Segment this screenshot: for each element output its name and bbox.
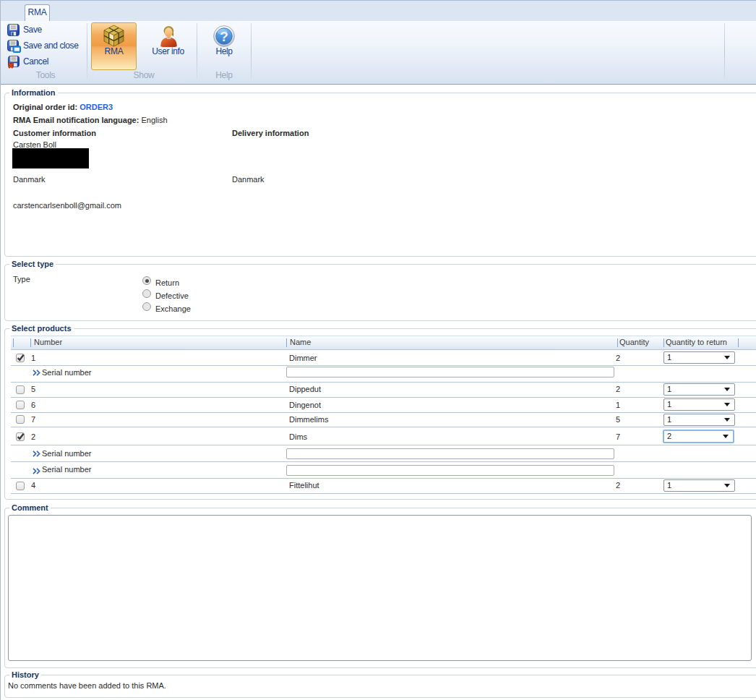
svg-text:?: ? xyxy=(220,29,228,44)
